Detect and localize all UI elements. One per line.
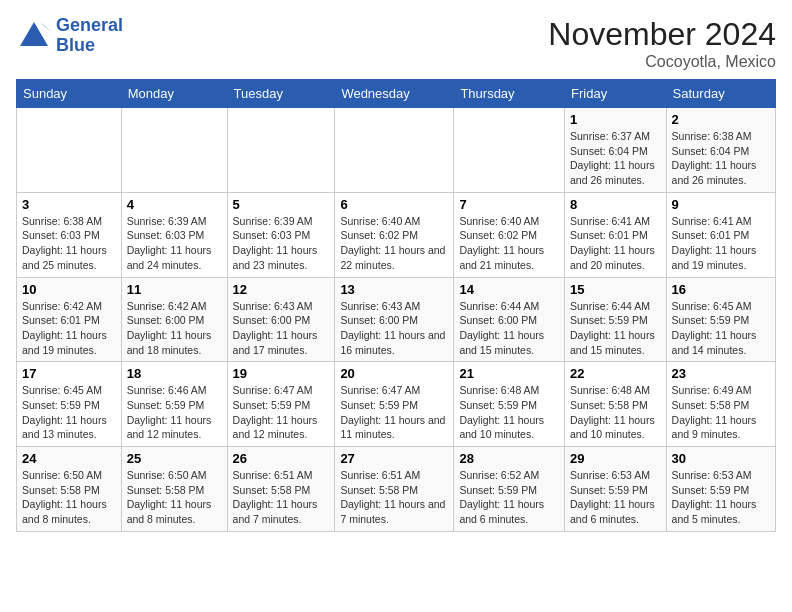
day-info: Sunrise: 6:38 AM Sunset: 6:04 PM Dayligh… <box>672 129 770 188</box>
day-info: Sunrise: 6:51 AM Sunset: 5:58 PM Dayligh… <box>233 468 330 527</box>
week-row-2: 10Sunrise: 6:42 AM Sunset: 6:01 PM Dayli… <box>17 277 776 362</box>
calendar-cell: 8Sunrise: 6:41 AM Sunset: 6:01 PM Daylig… <box>565 192 667 277</box>
calendar-cell: 9Sunrise: 6:41 AM Sunset: 6:01 PM Daylig… <box>666 192 775 277</box>
calendar-cell: 22Sunrise: 6:48 AM Sunset: 5:58 PM Dayli… <box>565 362 667 447</box>
day-number: 14 <box>459 282 559 297</box>
calendar-cell: 10Sunrise: 6:42 AM Sunset: 6:01 PM Dayli… <box>17 277 122 362</box>
day-number: 24 <box>22 451 116 466</box>
day-info: Sunrise: 6:37 AM Sunset: 6:04 PM Dayligh… <box>570 129 661 188</box>
day-number: 9 <box>672 197 770 212</box>
calendar-cell <box>17 108 122 193</box>
day-number: 26 <box>233 451 330 466</box>
day-info: Sunrise: 6:53 AM Sunset: 5:59 PM Dayligh… <box>672 468 770 527</box>
day-info: Sunrise: 6:44 AM Sunset: 5:59 PM Dayligh… <box>570 299 661 358</box>
weekday-wednesday: Wednesday <box>335 80 454 108</box>
calendar-cell: 11Sunrise: 6:42 AM Sunset: 6:00 PM Dayli… <box>121 277 227 362</box>
calendar-cell: 25Sunrise: 6:50 AM Sunset: 5:58 PM Dayli… <box>121 447 227 532</box>
calendar-cell <box>335 108 454 193</box>
calendar-cell: 7Sunrise: 6:40 AM Sunset: 6:02 PM Daylig… <box>454 192 565 277</box>
day-info: Sunrise: 6:47 AM Sunset: 5:59 PM Dayligh… <box>233 383 330 442</box>
day-info: Sunrise: 6:47 AM Sunset: 5:59 PM Dayligh… <box>340 383 448 442</box>
day-info: Sunrise: 6:50 AM Sunset: 5:58 PM Dayligh… <box>22 468 116 527</box>
day-info: Sunrise: 6:41 AM Sunset: 6:01 PM Dayligh… <box>570 214 661 273</box>
day-number: 5 <box>233 197 330 212</box>
calendar-cell: 13Sunrise: 6:43 AM Sunset: 6:00 PM Dayli… <box>335 277 454 362</box>
calendar-cell: 18Sunrise: 6:46 AM Sunset: 5:59 PM Dayli… <box>121 362 227 447</box>
month-title: November 2024 <box>548 16 776 53</box>
calendar-cell: 28Sunrise: 6:52 AM Sunset: 5:59 PM Dayli… <box>454 447 565 532</box>
week-row-4: 24Sunrise: 6:50 AM Sunset: 5:58 PM Dayli… <box>17 447 776 532</box>
calendar-body: 1Sunrise: 6:37 AM Sunset: 6:04 PM Daylig… <box>17 108 776 532</box>
calendar-cell: 30Sunrise: 6:53 AM Sunset: 5:59 PM Dayli… <box>666 447 775 532</box>
day-number: 18 <box>127 366 222 381</box>
day-info: Sunrise: 6:48 AM Sunset: 5:58 PM Dayligh… <box>570 383 661 442</box>
week-row-3: 17Sunrise: 6:45 AM Sunset: 5:59 PM Dayli… <box>17 362 776 447</box>
header: General Blue November 2024 Cocoyotla, Me… <box>16 16 776 71</box>
day-number: 10 <box>22 282 116 297</box>
day-info: Sunrise: 6:48 AM Sunset: 5:59 PM Dayligh… <box>459 383 559 442</box>
day-info: Sunrise: 6:51 AM Sunset: 5:58 PM Dayligh… <box>340 468 448 527</box>
weekday-sunday: Sunday <box>17 80 122 108</box>
day-number: 15 <box>570 282 661 297</box>
calendar-cell: 16Sunrise: 6:45 AM Sunset: 5:59 PM Dayli… <box>666 277 775 362</box>
day-number: 25 <box>127 451 222 466</box>
day-info: Sunrise: 6:46 AM Sunset: 5:59 PM Dayligh… <box>127 383 222 442</box>
calendar-cell: 27Sunrise: 6:51 AM Sunset: 5:58 PM Dayli… <box>335 447 454 532</box>
calendar-cell: 21Sunrise: 6:48 AM Sunset: 5:59 PM Dayli… <box>454 362 565 447</box>
day-info: Sunrise: 6:45 AM Sunset: 5:59 PM Dayligh… <box>22 383 116 442</box>
day-number: 22 <box>570 366 661 381</box>
calendar-table: SundayMondayTuesdayWednesdayThursdayFrid… <box>16 79 776 532</box>
day-info: Sunrise: 6:39 AM Sunset: 6:03 PM Dayligh… <box>127 214 222 273</box>
day-number: 13 <box>340 282 448 297</box>
day-info: Sunrise: 6:40 AM Sunset: 6:02 PM Dayligh… <box>459 214 559 273</box>
weekday-tuesday: Tuesday <box>227 80 335 108</box>
day-number: 28 <box>459 451 559 466</box>
day-number: 30 <box>672 451 770 466</box>
weekday-monday: Monday <box>121 80 227 108</box>
day-number: 23 <box>672 366 770 381</box>
day-info: Sunrise: 6:53 AM Sunset: 5:59 PM Dayligh… <box>570 468 661 527</box>
weekday-thursday: Thursday <box>454 80 565 108</box>
title-area: November 2024 Cocoyotla, Mexico <box>548 16 776 71</box>
day-number: 11 <box>127 282 222 297</box>
location-title: Cocoyotla, Mexico <box>548 53 776 71</box>
calendar-cell <box>121 108 227 193</box>
logo-text: General Blue <box>56 16 123 56</box>
day-number: 6 <box>340 197 448 212</box>
calendar-cell: 1Sunrise: 6:37 AM Sunset: 6:04 PM Daylig… <box>565 108 667 193</box>
day-info: Sunrise: 6:42 AM Sunset: 6:00 PM Dayligh… <box>127 299 222 358</box>
day-info: Sunrise: 6:43 AM Sunset: 6:00 PM Dayligh… <box>340 299 448 358</box>
weekday-header-row: SundayMondayTuesdayWednesdayThursdayFrid… <box>17 80 776 108</box>
week-row-1: 3Sunrise: 6:38 AM Sunset: 6:03 PM Daylig… <box>17 192 776 277</box>
calendar-cell: 15Sunrise: 6:44 AM Sunset: 5:59 PM Dayli… <box>565 277 667 362</box>
day-info: Sunrise: 6:38 AM Sunset: 6:03 PM Dayligh… <box>22 214 116 273</box>
day-number: 1 <box>570 112 661 127</box>
logo-line2: Blue <box>56 36 123 56</box>
logo-line1: General <box>56 16 123 36</box>
day-info: Sunrise: 6:49 AM Sunset: 5:58 PM Dayligh… <box>672 383 770 442</box>
day-info: Sunrise: 6:42 AM Sunset: 6:01 PM Dayligh… <box>22 299 116 358</box>
calendar-cell: 4Sunrise: 6:39 AM Sunset: 6:03 PM Daylig… <box>121 192 227 277</box>
calendar-cell: 5Sunrise: 6:39 AM Sunset: 6:03 PM Daylig… <box>227 192 335 277</box>
day-info: Sunrise: 6:50 AM Sunset: 5:58 PM Dayligh… <box>127 468 222 527</box>
day-info: Sunrise: 6:41 AM Sunset: 6:01 PM Dayligh… <box>672 214 770 273</box>
week-row-0: 1Sunrise: 6:37 AM Sunset: 6:04 PM Daylig… <box>17 108 776 193</box>
calendar-cell: 14Sunrise: 6:44 AM Sunset: 6:00 PM Dayli… <box>454 277 565 362</box>
day-number: 27 <box>340 451 448 466</box>
calendar-cell: 24Sunrise: 6:50 AM Sunset: 5:58 PM Dayli… <box>17 447 122 532</box>
day-number: 7 <box>459 197 559 212</box>
day-number: 8 <box>570 197 661 212</box>
calendar-cell <box>454 108 565 193</box>
day-info: Sunrise: 6:39 AM Sunset: 6:03 PM Dayligh… <box>233 214 330 273</box>
day-number: 16 <box>672 282 770 297</box>
calendar-cell <box>227 108 335 193</box>
day-number: 29 <box>570 451 661 466</box>
day-info: Sunrise: 6:40 AM Sunset: 6:02 PM Dayligh… <box>340 214 448 273</box>
calendar-cell: 23Sunrise: 6:49 AM Sunset: 5:58 PM Dayli… <box>666 362 775 447</box>
weekday-friday: Friday <box>565 80 667 108</box>
day-info: Sunrise: 6:44 AM Sunset: 6:00 PM Dayligh… <box>459 299 559 358</box>
weekday-saturday: Saturday <box>666 80 775 108</box>
calendar-cell: 2Sunrise: 6:38 AM Sunset: 6:04 PM Daylig… <box>666 108 775 193</box>
day-number: 2 <box>672 112 770 127</box>
calendar-cell: 6Sunrise: 6:40 AM Sunset: 6:02 PM Daylig… <box>335 192 454 277</box>
